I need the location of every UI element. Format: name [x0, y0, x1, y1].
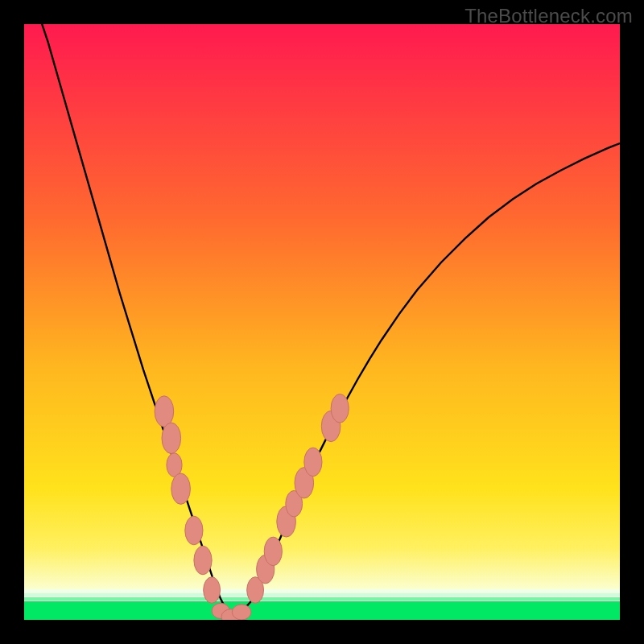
svg-rect-3 [24, 593, 620, 597]
curve-marker [194, 546, 212, 575]
plot-area [24, 24, 620, 620]
bottleneck-chart [24, 24, 620, 620]
curve-marker [185, 516, 203, 545]
curve-marker [162, 423, 181, 453]
outer-frame: TheBottleneck.com [0, 0, 644, 644]
curve-marker [232, 605, 251, 620]
svg-rect-4 [24, 589, 620, 592]
gradient-background [24, 24, 620, 620]
curve-marker [204, 577, 221, 604]
curve-marker [264, 537, 282, 566]
green-band [24, 589, 620, 620]
curve-marker [331, 394, 349, 423]
curve-marker [171, 473, 191, 504]
svg-rect-2 [24, 597, 620, 601]
curve-marker [304, 448, 322, 477]
curve-marker [155, 396, 174, 427]
svg-rect-1 [24, 601, 620, 620]
